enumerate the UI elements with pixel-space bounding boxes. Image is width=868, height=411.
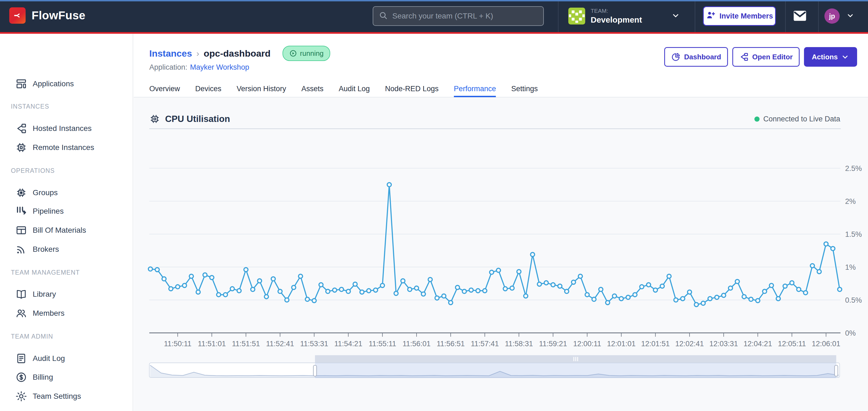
navbar-divider — [785, 0, 786, 32]
sidebar-item-audit-log[interactable]: Audit Log — [0, 351, 133, 366]
tab-node-red-logs[interactable]: Node-RED Logs — [385, 82, 439, 97]
sidebar-item-remote-instances[interactable]: Remote Instances — [0, 140, 133, 155]
open-editor-button[interactable]: Open Editor — [732, 47, 800, 67]
application-link[interactable]: Mayker Workshop — [190, 63, 249, 72]
sidebar-item-label: Pipelines — [33, 207, 64, 215]
user-menu[interactable]: jp — [825, 0, 863, 32]
brush-left-handle[interactable] — [313, 365, 317, 376]
sidebar-item-label: Members — [33, 309, 65, 318]
sidebar-item-label: Groups — [33, 189, 58, 197]
breadcrumb: Instances › opc-dashboard running — [149, 46, 330, 61]
status-badge: running — [282, 46, 330, 61]
sidebar-item-billing[interactable]: Billing — [0, 370, 133, 385]
team-search — [373, 6, 544, 26]
instance-name: opc-dashboard — [204, 48, 271, 59]
tab-overview[interactable]: Overview — [149, 82, 180, 97]
sidebar-item-hosted-instances[interactable]: Hosted Instances — [0, 121, 133, 136]
sidebar: Applications INSTANCES Hosted Instances … — [0, 34, 133, 411]
user-avatar: jp — [825, 8, 840, 24]
hosted-instances-icon — [15, 123, 27, 134]
sidebar-item-label: Applications — [33, 79, 74, 88]
chevron-down-icon — [841, 53, 849, 61]
top-navbar: FlowFuse TEAM: Development — [0, 0, 868, 32]
tab-audit-log[interactable]: Audit Log — [339, 82, 370, 97]
tab-settings[interactable]: Settings — [511, 82, 538, 97]
pipelines-icon — [15, 205, 27, 217]
instance-tabs: Overview Devices Version History Assets … — [149, 82, 538, 97]
remote-instances-icon — [15, 141, 27, 153]
window-accent-bar — [0, 0, 868, 1]
navbar-divider — [558, 0, 559, 32]
actions-button-label: Actions — [812, 53, 838, 61]
notifications-mail-button[interactable] — [791, 9, 809, 23]
play-circle-icon — [289, 49, 297, 58]
audit-log-icon — [15, 352, 27, 365]
navbar-divider — [818, 0, 819, 32]
sidebar-item-pipelines[interactable]: Pipelines — [0, 204, 133, 219]
open-editor-button-label: Open Editor — [752, 53, 793, 61]
chevron-down-icon — [846, 11, 855, 21]
sidebar-item-label: Brokers — [33, 245, 59, 254]
brokers-icon — [15, 243, 27, 255]
tab-version-history[interactable]: Version History — [237, 82, 286, 97]
dashboard-button-label: Dashboard — [684, 53, 721, 61]
application-line: Application: Mayker Workshop — [149, 63, 249, 72]
brush-selection[interactable] — [315, 362, 836, 378]
flowfuse-logo[interactable]: FlowFuse — [9, 7, 86, 24]
sidebar-section-team-management: TEAM MANAGEMENT — [11, 269, 80, 276]
search-icon — [379, 11, 388, 21]
invite-members-button[interactable]: Invite Members — [703, 6, 776, 26]
actions-button[interactable]: Actions — [804, 47, 857, 67]
library-icon — [15, 288, 27, 300]
brush-right-handle[interactable] — [835, 365, 838, 376]
section-divider — [149, 129, 841, 129]
sidebar-item-brokers[interactable]: Brokers — [0, 242, 133, 257]
application-label: Application: — [149, 63, 187, 72]
brand-name: FlowFuse — [32, 9, 86, 22]
main-content: Instances › opc-dashboard running Applic… — [134, 34, 868, 411]
team-avatar — [568, 8, 585, 25]
status-badge-label: running — [300, 49, 324, 58]
sidebar-item-members[interactable]: Members — [0, 306, 133, 321]
team-label: TEAM: — [591, 8, 642, 14]
sidebar-item-label: Library — [33, 290, 56, 299]
sidebar-item-label: Billing — [33, 373, 53, 382]
sidebar-item-label: Hosted Instances — [33, 124, 92, 133]
sidebar-item-groups[interactable]: Groups — [0, 185, 133, 200]
breadcrumb-instances-link[interactable]: Instances — [149, 48, 192, 59]
breadcrumb-separator-icon: › — [196, 48, 199, 59]
invite-members-label: Invite Members — [719, 12, 773, 21]
pie-chart-icon — [671, 52, 681, 62]
section-title: CPU Utilisation — [165, 114, 230, 124]
team-name: Development — [591, 15, 642, 25]
team-switcher[interactable]: TEAM: Development — [568, 0, 688, 32]
team-settings-gear-icon — [15, 390, 27, 402]
sidebar-item-label: Team Settings — [33, 392, 81, 401]
sidebar-item-label: Bill Of Materials — [33, 226, 86, 235]
navbar-divider — [695, 0, 695, 32]
sidebar-item-applications[interactable]: Applications — [0, 76, 133, 92]
live-status: Connected to Live Data — [754, 115, 840, 123]
team-info: TEAM: Development — [591, 8, 642, 25]
cpu-chip-icon — [149, 113, 160, 125]
sidebar-item-bill-of-materials[interactable]: Bill Of Materials — [0, 222, 133, 238]
sidebar-item-team-settings[interactable]: Team Settings — [0, 389, 133, 404]
sidebar-section-instances: INSTANCES — [11, 103, 49, 110]
tab-assets[interactable]: Assets — [301, 82, 323, 97]
bill-of-materials-icon — [15, 224, 27, 236]
brand-accent-line — [0, 32, 868, 34]
tab-performance[interactable]: Performance — [454, 82, 496, 97]
search-input[interactable] — [392, 11, 538, 21]
open-editor-icon — [739, 52, 749, 62]
tab-devices[interactable]: Devices — [195, 82, 221, 97]
dashboard-button[interactable]: Dashboard — [664, 47, 728, 67]
live-status-label: Connected to Live Data — [764, 115, 840, 123]
chevron-down-icon — [671, 11, 680, 21]
mail-icon — [793, 19, 807, 23]
performance-header: CPU Utilisation Connected to Live Data — [149, 112, 840, 126]
brush-move-handle[interactable] — [315, 355, 836, 363]
sidebar-item-library[interactable]: Library — [0, 286, 133, 302]
live-status-dot — [754, 116, 760, 122]
flowfuse-app: FlowFuse TEAM: Development — [0, 0, 868, 411]
applications-icon — [15, 78, 27, 90]
